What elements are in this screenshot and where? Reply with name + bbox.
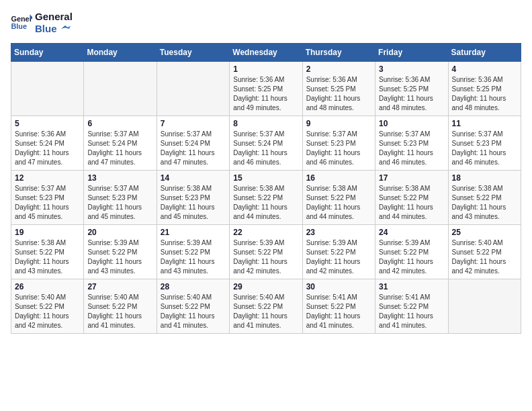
day-info: Sunrise: 5:40 AMSunset: 5:22 PMDaylight:… <box>15 293 80 330</box>
calendar-cell: 18Sunrise: 5:38 AMSunset: 5:22 PMDayligh… <box>448 171 521 225</box>
day-info: Sunrise: 5:39 AMSunset: 5:22 PMDaylight:… <box>233 238 298 276</box>
day-number: 15 <box>233 173 298 183</box>
calendar-cell: 27Sunrise: 5:40 AMSunset: 5:22 PMDayligh… <box>84 279 157 334</box>
calendar-cell: 31Sunrise: 5:41 AMSunset: 5:22 PMDayligh… <box>375 279 448 334</box>
day-number: 17 <box>379 173 444 183</box>
calendar-table: SundayMondayTuesdayWednesdayThursdayFrid… <box>11 43 521 334</box>
calendar-cell: 3Sunrise: 5:36 AMSunset: 5:25 PMDaylight… <box>375 62 448 116</box>
day-number: 2 <box>306 64 371 74</box>
day-info: Sunrise: 5:41 AMSunset: 5:22 PMDaylight:… <box>379 293 444 330</box>
day-info: Sunrise: 5:38 AMSunset: 5:22 PMDaylight:… <box>452 184 517 222</box>
calendar-week-row: 12Sunrise: 5:37 AMSunset: 5:23 PMDayligh… <box>11 171 521 225</box>
calendar-cell: 21Sunrise: 5:39 AMSunset: 5:22 PMDayligh… <box>157 225 229 279</box>
weekday-header-monday: Monday <box>84 44 157 62</box>
day-info: Sunrise: 5:39 AMSunset: 5:22 PMDaylight:… <box>306 238 371 276</box>
day-info: Sunrise: 5:37 AMSunset: 5:24 PMDaylight:… <box>233 130 298 167</box>
day-info: Sunrise: 5:37 AMSunset: 5:23 PMDaylight:… <box>87 184 152 222</box>
day-number: 23 <box>306 228 371 237</box>
day-number: 19 <box>15 228 80 237</box>
calendar-cell: 6Sunrise: 5:37 AMSunset: 5:24 PMDaylight… <box>84 116 157 171</box>
calendar-cell: 9Sunrise: 5:37 AMSunset: 5:23 PMDaylight… <box>302 116 375 171</box>
calendar-cell: 19Sunrise: 5:38 AMSunset: 5:22 PMDayligh… <box>11 225 84 279</box>
day-number: 8 <box>233 119 298 128</box>
weekday-header-wednesday: Wednesday <box>230 44 302 62</box>
calendar-cell: 5Sunrise: 5:36 AMSunset: 5:24 PMDaylight… <box>11 116 84 171</box>
calendar-cell: 4Sunrise: 5:36 AMSunset: 5:25 PMDaylight… <box>448 62 521 116</box>
day-info: Sunrise: 5:37 AMSunset: 5:24 PMDaylight:… <box>87 130 152 167</box>
day-number: 9 <box>306 119 371 128</box>
calendar-cell: 10Sunrise: 5:37 AMSunset: 5:23 PMDayligh… <box>375 116 448 171</box>
day-info: Sunrise: 5:41 AMSunset: 5:22 PMDaylight:… <box>306 293 371 330</box>
day-number: 24 <box>379 228 444 237</box>
day-info: Sunrise: 5:38 AMSunset: 5:22 PMDaylight:… <box>306 184 371 222</box>
day-info: Sunrise: 5:36 AMSunset: 5:25 PMDaylight:… <box>306 75 371 113</box>
day-info: Sunrise: 5:40 AMSunset: 5:22 PMDaylight:… <box>233 293 298 330</box>
day-info: Sunrise: 5:36 AMSunset: 5:24 PMDaylight:… <box>15 130 80 167</box>
weekday-header-saturday: Saturday <box>448 44 521 62</box>
weekday-header-sunday: Sunday <box>11 44 84 62</box>
day-info: Sunrise: 5:39 AMSunset: 5:22 PMDaylight:… <box>379 238 444 276</box>
calendar-cell: 29Sunrise: 5:40 AMSunset: 5:22 PMDayligh… <box>230 279 302 334</box>
day-number: 27 <box>87 282 152 291</box>
day-info: Sunrise: 5:40 AMSunset: 5:22 PMDaylight:… <box>161 293 226 330</box>
logo-icon: General Blue <box>11 13 32 32</box>
weekday-header-tuesday: Tuesday <box>157 44 229 62</box>
day-number: 7 <box>161 119 226 128</box>
day-number: 6 <box>87 119 152 128</box>
day-number: 14 <box>161 173 226 183</box>
day-number: 3 <box>379 64 444 74</box>
day-number: 29 <box>233 282 298 291</box>
calendar-cell: 15Sunrise: 5:38 AMSunset: 5:22 PMDayligh… <box>230 171 302 225</box>
day-number: 13 <box>87 173 152 183</box>
calendar-week-row: 26Sunrise: 5:40 AMSunset: 5:22 PMDayligh… <box>11 279 521 334</box>
logo: General Blue General Blue <box>11 11 73 35</box>
day-number: 11 <box>452 119 517 128</box>
day-number: 30 <box>306 282 371 291</box>
day-number: 1 <box>233 64 298 74</box>
calendar-cell: 23Sunrise: 5:39 AMSunset: 5:22 PMDayligh… <box>302 225 375 279</box>
calendar-cell: 20Sunrise: 5:39 AMSunset: 5:22 PMDayligh… <box>84 225 157 279</box>
calendar-cell: 7Sunrise: 5:37 AMSunset: 5:24 PMDaylight… <box>157 116 229 171</box>
day-info: Sunrise: 5:36 AMSunset: 5:25 PMDaylight:… <box>379 75 444 113</box>
calendar-cell: 11Sunrise: 5:37 AMSunset: 5:23 PMDayligh… <box>448 116 521 171</box>
svg-text:Blue: Blue <box>11 22 27 30</box>
day-info: Sunrise: 5:39 AMSunset: 5:22 PMDaylight:… <box>87 238 152 276</box>
weekday-header-thursday: Thursday <box>302 44 375 62</box>
logo-blue: Blue <box>35 23 73 35</box>
calendar-cell: 17Sunrise: 5:38 AMSunset: 5:22 PMDayligh… <box>375 171 448 225</box>
day-number: 20 <box>87 228 152 237</box>
calendar-cell: 30Sunrise: 5:41 AMSunset: 5:22 PMDayligh… <box>302 279 375 334</box>
day-number: 26 <box>15 282 80 291</box>
day-number: 16 <box>306 173 371 183</box>
weekday-header-friday: Friday <box>375 44 448 62</box>
header: General Blue General Blue <box>11 11 521 35</box>
calendar-cell: 16Sunrise: 5:38 AMSunset: 5:22 PMDayligh… <box>302 171 375 225</box>
day-info: Sunrise: 5:36 AMSunset: 5:25 PMDaylight:… <box>452 75 517 113</box>
day-info: Sunrise: 5:37 AMSunset: 5:23 PMDaylight:… <box>452 130 517 167</box>
calendar-cell: 24Sunrise: 5:39 AMSunset: 5:22 PMDayligh… <box>375 225 448 279</box>
calendar-cell <box>11 62 84 116</box>
day-number: 28 <box>161 282 226 291</box>
day-info: Sunrise: 5:38 AMSunset: 5:22 PMDaylight:… <box>233 184 298 222</box>
logo-general: General <box>35 11 73 23</box>
calendar-cell <box>84 62 157 116</box>
day-number: 21 <box>161 228 226 237</box>
calendar-cell: 1Sunrise: 5:36 AMSunset: 5:25 PMDaylight… <box>230 62 302 116</box>
day-info: Sunrise: 5:37 AMSunset: 5:23 PMDaylight:… <box>15 184 80 222</box>
day-number: 12 <box>15 173 80 183</box>
day-info: Sunrise: 5:37 AMSunset: 5:23 PMDaylight:… <box>379 130 444 167</box>
calendar-cell: 25Sunrise: 5:40 AMSunset: 5:22 PMDayligh… <box>448 225 521 279</box>
calendar-week-row: 19Sunrise: 5:38 AMSunset: 5:22 PMDayligh… <box>11 225 521 279</box>
day-info: Sunrise: 5:38 AMSunset: 5:22 PMDaylight:… <box>15 238 80 276</box>
day-number: 10 <box>379 119 444 128</box>
calendar-week-row: 1Sunrise: 5:36 AMSunset: 5:25 PMDaylight… <box>11 62 521 116</box>
calendar-cell <box>157 62 229 116</box>
day-number: 25 <box>452 228 517 237</box>
calendar-cell: 13Sunrise: 5:37 AMSunset: 5:23 PMDayligh… <box>84 171 157 225</box>
day-info: Sunrise: 5:36 AMSunset: 5:25 PMDaylight:… <box>233 75 298 113</box>
day-number: 31 <box>379 282 444 291</box>
calendar-cell: 28Sunrise: 5:40 AMSunset: 5:22 PMDayligh… <box>157 279 229 334</box>
calendar-cell: 26Sunrise: 5:40 AMSunset: 5:22 PMDayligh… <box>11 279 84 334</box>
logo-bird-icon <box>58 24 71 34</box>
calendar-cell: 12Sunrise: 5:37 AMSunset: 5:23 PMDayligh… <box>11 171 84 225</box>
